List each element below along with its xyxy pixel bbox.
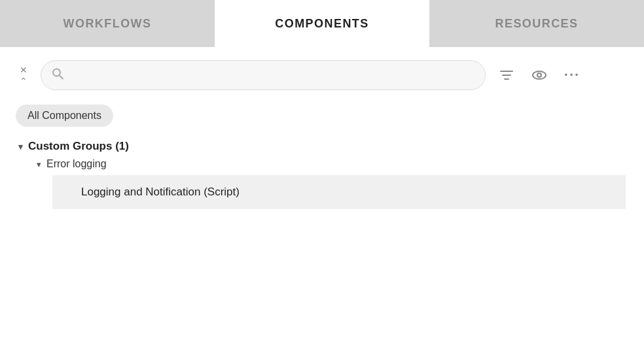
tab-bar: WORKFLOWS COMPONENTS RESOURCES (0, 0, 644, 47)
content-area: ✕ ⌃ ··· All Comp (0, 47, 644, 209)
collapse-icon[interactable]: ✕ ⌃ (16, 65, 31, 86)
tab-resources[interactable]: RESOURCES (429, 0, 644, 47)
custom-groups-header[interactable]: ▾ Custom Groups (1) (18, 140, 626, 153)
tree-section: ▾ Custom Groups (1) ▾ Error logging Logg… (16, 140, 628, 209)
svg-point-2 (533, 71, 546, 79)
filter-icon-button[interactable] (495, 63, 518, 87)
logging-notification-item[interactable]: Logging and Notification (Script) (52, 175, 626, 209)
search-icon (51, 67, 64, 84)
filter-tag[interactable]: All Components (16, 105, 113, 127)
subgroup-label: Error logging (46, 158, 107, 170)
group-label: Custom Groups (1) (28, 140, 129, 153)
view-icon-button[interactable] (528, 63, 551, 87)
error-logging-header[interactable]: ▾ Error logging (37, 158, 626, 170)
svg-point-3 (537, 73, 541, 77)
more-icon-button[interactable]: ··· (560, 63, 584, 87)
search-input[interactable] (41, 60, 486, 90)
tree-subgroup: ▾ Error logging Logging and Notification… (18, 158, 626, 209)
toolbar: ✕ ⌃ ··· (16, 60, 628, 90)
tab-workflows[interactable]: WORKFLOWS (0, 0, 215, 47)
tab-components[interactable]: COMPONENTS (215, 0, 429, 47)
chevron-down-icon: ▾ (18, 142, 23, 152)
search-wrapper (41, 60, 486, 90)
tree-item: Logging and Notification (Script) (37, 175, 626, 209)
chevron-down-icon-sub: ▾ (37, 159, 41, 169)
svg-line-1 (60, 75, 63, 79)
